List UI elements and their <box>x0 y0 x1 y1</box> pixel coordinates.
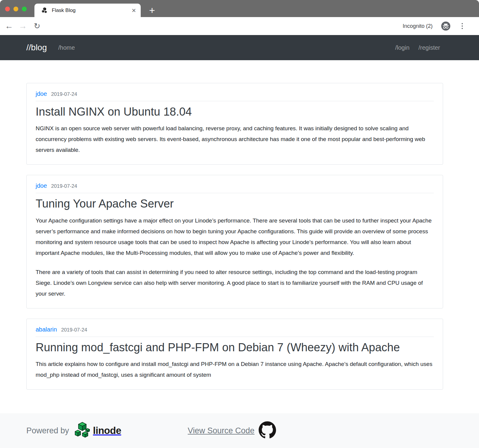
navbar-link-home[interactable]: /home <box>58 44 75 51</box>
forward-icon[interactable]: → <box>17 17 28 35</box>
post-author-link[interactable]: abalarin <box>36 326 57 333</box>
post-card: jdoe 2019-07-24 Tuning Your Apache Serve… <box>26 175 443 308</box>
post-header: jdoe 2019-07-24 <box>36 90 434 97</box>
favicon-linode-icon <box>42 7 48 14</box>
powered-by-label: Powered by <box>26 426 69 435</box>
navbar-link-register[interactable]: /register <box>419 44 440 51</box>
new-tab-button[interactable]: + <box>146 4 158 16</box>
navbar-link-login[interactable]: /login <box>395 44 410 51</box>
post-divider <box>36 337 434 337</box>
post-date: 2019-07-24 <box>51 91 77 97</box>
linode-cubes-icon <box>74 422 91 440</box>
browser-menu-icon[interactable] <box>459 17 465 35</box>
post-author-link[interactable]: jdoe <box>36 90 47 97</box>
post-date: 2019-07-24 <box>51 183 77 189</box>
close-window-button[interactable] <box>5 7 10 11</box>
posts: jdoe 2019-07-24 Install NGINX on Ubuntu … <box>26 83 479 390</box>
post-body: This article explains how to configure a… <box>36 359 434 380</box>
minimize-window-button[interactable] <box>13 7 18 11</box>
browser-window: Flask Blog × + ← → ↻ Not Secure ☆ Incogn… <box>0 0 479 448</box>
reload-icon[interactable]: ↻ <box>32 17 43 35</box>
post-paragraph: This article explains how to configure a… <box>36 359 434 380</box>
page-footer: Powered by <box>0 413 479 448</box>
post-body: NGINX is an open source web server with … <box>36 123 434 155</box>
linode-logo[interactable]: linode <box>74 422 121 440</box>
post-divider <box>36 101 434 101</box>
post-header: jdoe 2019-07-24 <box>36 182 434 189</box>
maximize-window-button[interactable] <box>22 7 27 11</box>
post-body: Your Apache configuration settings have … <box>36 215 434 299</box>
back-icon[interactable]: ← <box>4 17 14 35</box>
post-card: jdoe 2019-07-24 Install NGINX on Ubuntu … <box>26 83 443 165</box>
post-divider <box>36 193 434 193</box>
linode-wordmark: linode <box>93 425 121 436</box>
incognito-count-label: Incognito (2) <box>403 17 433 35</box>
post-paragraph: Your Apache configuration settings have … <box>36 215 434 258</box>
post-card: abalarin 2019-07-24 Running mod_fastcgi … <box>26 319 443 390</box>
post-paragraph: NGINX is an open source web server with … <box>36 123 434 155</box>
post-title: Tuning Your Apache Server <box>36 196 434 211</box>
navbar-brand[interactable]: //blog <box>26 43 47 52</box>
post-paragraph: There are a variety of tools that can as… <box>36 267 434 299</box>
tab-title: Flask Blog <box>52 7 132 13</box>
post-date: 2019-07-24 <box>61 327 87 333</box>
page-content: jdoe 2019-07-24 Install NGINX on Ubuntu … <box>0 60 479 448</box>
tab-strip: Flask Blog × + <box>0 0 479 17</box>
post-title: Install NGINX on Ubuntu 18.04 <box>36 104 434 119</box>
browser-toolbar: ← → ↻ Not Secure ☆ Incognito (2) <box>0 17 479 35</box>
post-header: abalarin 2019-07-24 <box>36 326 434 333</box>
post-title: Running mod_fastcgi and PHP-FPM on Debia… <box>36 340 434 355</box>
browser-tab[interactable]: Flask Blog × <box>34 4 141 17</box>
tab-close-icon[interactable]: × <box>132 7 136 14</box>
github-icon <box>259 421 276 439</box>
incognito-icon <box>441 21 451 31</box>
view-source-link[interactable]: View Source Code <box>188 426 254 435</box>
site-navbar: //blog /home /login /register <box>0 35 479 60</box>
github-link[interactable] <box>259 421 276 440</box>
post-author-link[interactable]: jdoe <box>36 182 47 189</box>
